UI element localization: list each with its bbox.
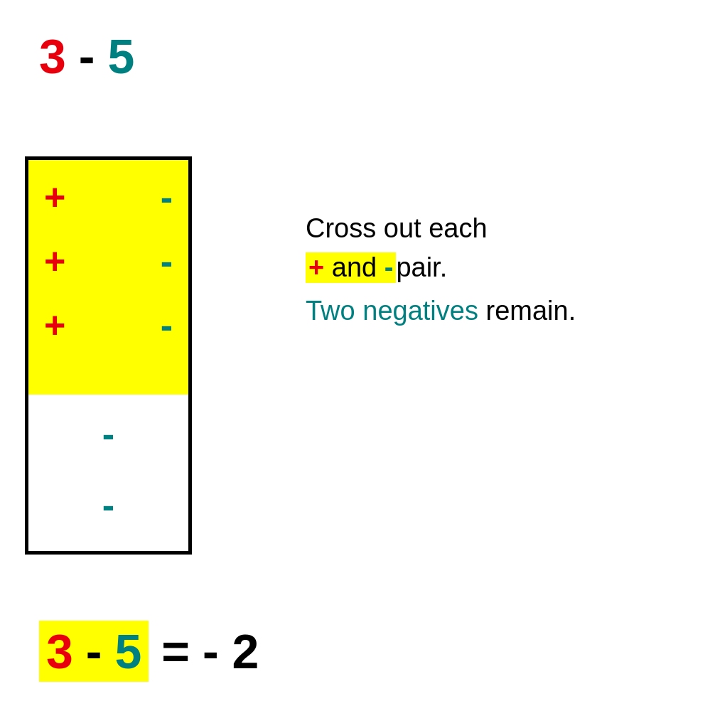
bot-num2: 5 — [114, 623, 141, 679]
minus-sign-yellow-2: - — [161, 240, 173, 282]
top-num1: 3 — [39, 28, 66, 84]
plus-sign-2: + — [44, 240, 65, 282]
bot-operator: - — [86, 623, 102, 679]
minus-sign-white-1: - — [102, 412, 114, 455]
instruction-area: Cross out each + and - pair. Two negativ… — [306, 213, 576, 326]
minus-sign-yellow-1: - — [161, 176, 173, 218]
bot-equals: = — [161, 623, 190, 679]
top-equation: 3 - 5 — [39, 28, 134, 84]
pair-end: pair. — [396, 252, 447, 283]
pair-minus: - — [384, 252, 394, 282]
bottom-equation: 3 - 5 = - 2 — [39, 621, 259, 682]
counter-box: + + + - - - - - — [25, 156, 192, 555]
minus-sign-white-2: - — [102, 483, 114, 526]
pair-line: + and - pair. — [306, 252, 576, 283]
plus-sign-1: + — [44, 176, 65, 218]
top-num2: 5 — [107, 28, 134, 84]
negatives-colored: Two negatives — [306, 296, 478, 326]
plus-sign-3: + — [44, 304, 65, 346]
bottom-highlight: 3 - 5 — [39, 621, 149, 682]
bot-result-minus: - — [203, 624, 219, 678]
pair-highlight: + and - — [306, 252, 396, 283]
instruction-line1: Cross out each — [306, 213, 576, 244]
minus-sign-yellow-3: - — [161, 304, 173, 346]
negatives-line: Two negatives remain. — [306, 296, 576, 326]
bot-result-num: 2 — [232, 624, 259, 678]
pair-and: and — [332, 252, 384, 282]
pair-plus: + — [308, 252, 324, 282]
bot-result: - 2 — [203, 623, 259, 679]
negatives-end: remain. — [485, 296, 576, 326]
top-operator: - — [79, 28, 95, 84]
bot-num1: 3 — [46, 623, 73, 679]
